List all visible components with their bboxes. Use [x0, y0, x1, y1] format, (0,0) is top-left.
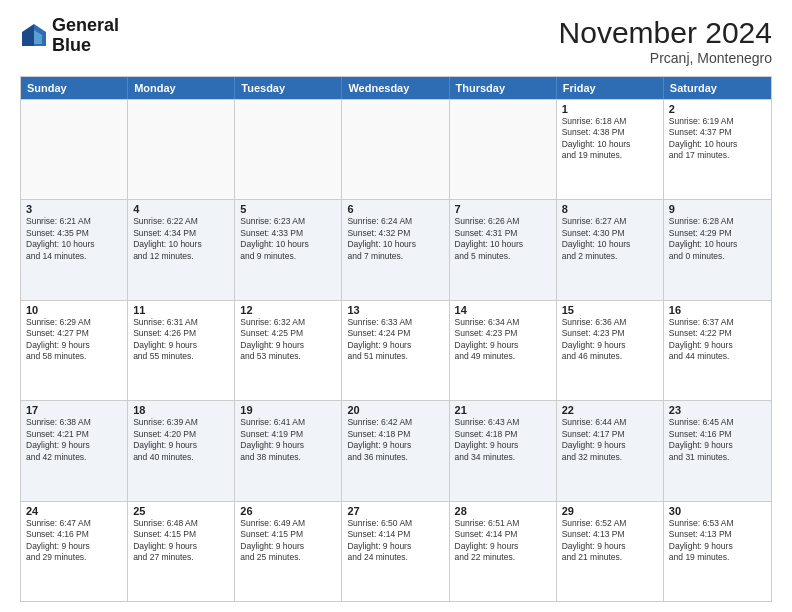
- cell-info: Sunrise: 6:18 AM Sunset: 4:38 PM Dayligh…: [562, 116, 658, 162]
- cell-info: Sunrise: 6:49 AM Sunset: 4:15 PM Dayligh…: [240, 518, 336, 564]
- cell-info: Sunrise: 6:41 AM Sunset: 4:19 PM Dayligh…: [240, 417, 336, 463]
- cal-cell: 26Sunrise: 6:49 AM Sunset: 4:15 PM Dayli…: [235, 502, 342, 601]
- cal-cell: 9Sunrise: 6:28 AM Sunset: 4:29 PM Daylig…: [664, 200, 771, 299]
- day-number: 12: [240, 304, 336, 316]
- cal-cell: 22Sunrise: 6:44 AM Sunset: 4:17 PM Dayli…: [557, 401, 664, 500]
- day-number: 14: [455, 304, 551, 316]
- cell-info: Sunrise: 6:51 AM Sunset: 4:14 PM Dayligh…: [455, 518, 551, 564]
- cal-cell: 16Sunrise: 6:37 AM Sunset: 4:22 PM Dayli…: [664, 301, 771, 400]
- logo-text: General Blue: [52, 16, 119, 56]
- cal-cell: 25Sunrise: 6:48 AM Sunset: 4:15 PM Dayli…: [128, 502, 235, 601]
- cell-info: Sunrise: 6:36 AM Sunset: 4:23 PM Dayligh…: [562, 317, 658, 363]
- day-header-tuesday: Tuesday: [235, 77, 342, 99]
- cal-cell: 7Sunrise: 6:26 AM Sunset: 4:31 PM Daylig…: [450, 200, 557, 299]
- cell-info: Sunrise: 6:31 AM Sunset: 4:26 PM Dayligh…: [133, 317, 229, 363]
- cal-cell: 10Sunrise: 6:29 AM Sunset: 4:27 PM Dayli…: [21, 301, 128, 400]
- cal-cell: 21Sunrise: 6:43 AM Sunset: 4:18 PM Dayli…: [450, 401, 557, 500]
- day-number: 19: [240, 404, 336, 416]
- calendar: SundayMondayTuesdayWednesdayThursdayFrid…: [20, 76, 772, 602]
- title-block: November 2024 Prcanj, Montenegro: [559, 16, 772, 66]
- cell-info: Sunrise: 6:32 AM Sunset: 4:25 PM Dayligh…: [240, 317, 336, 363]
- day-number: 28: [455, 505, 551, 517]
- cell-info: Sunrise: 6:52 AM Sunset: 4:13 PM Dayligh…: [562, 518, 658, 564]
- cell-info: Sunrise: 6:27 AM Sunset: 4:30 PM Dayligh…: [562, 216, 658, 262]
- day-number: 30: [669, 505, 766, 517]
- day-number: 26: [240, 505, 336, 517]
- day-number: 5: [240, 203, 336, 215]
- day-number: 18: [133, 404, 229, 416]
- day-number: 4: [133, 203, 229, 215]
- cal-cell: 23Sunrise: 6:45 AM Sunset: 4:16 PM Dayli…: [664, 401, 771, 500]
- cal-cell: 14Sunrise: 6:34 AM Sunset: 4:23 PM Dayli…: [450, 301, 557, 400]
- cell-info: Sunrise: 6:39 AM Sunset: 4:20 PM Dayligh…: [133, 417, 229, 463]
- cal-cell: [342, 100, 449, 199]
- day-number: 27: [347, 505, 443, 517]
- day-number: 1: [562, 103, 658, 115]
- cell-info: Sunrise: 6:50 AM Sunset: 4:14 PM Dayligh…: [347, 518, 443, 564]
- cal-cell: 8Sunrise: 6:27 AM Sunset: 4:30 PM Daylig…: [557, 200, 664, 299]
- cal-cell: 29Sunrise: 6:52 AM Sunset: 4:13 PM Dayli…: [557, 502, 664, 601]
- day-number: 17: [26, 404, 122, 416]
- day-number: 21: [455, 404, 551, 416]
- cell-info: Sunrise: 6:37 AM Sunset: 4:22 PM Dayligh…: [669, 317, 766, 363]
- day-number: 23: [669, 404, 766, 416]
- cal-cell: 6Sunrise: 6:24 AM Sunset: 4:32 PM Daylig…: [342, 200, 449, 299]
- cal-cell: 20Sunrise: 6:42 AM Sunset: 4:18 PM Dayli…: [342, 401, 449, 500]
- cal-cell: 3Sunrise: 6:21 AM Sunset: 4:35 PM Daylig…: [21, 200, 128, 299]
- cell-info: Sunrise: 6:23 AM Sunset: 4:33 PM Dayligh…: [240, 216, 336, 262]
- cal-row-5: 24Sunrise: 6:47 AM Sunset: 4:16 PM Dayli…: [21, 501, 771, 601]
- cell-info: Sunrise: 6:42 AM Sunset: 4:18 PM Dayligh…: [347, 417, 443, 463]
- cal-cell: 15Sunrise: 6:36 AM Sunset: 4:23 PM Dayli…: [557, 301, 664, 400]
- day-header-monday: Monday: [128, 77, 235, 99]
- day-number: 15: [562, 304, 658, 316]
- day-number: 10: [26, 304, 122, 316]
- logo-line1: General: [52, 16, 119, 36]
- cal-cell: 18Sunrise: 6:39 AM Sunset: 4:20 PM Dayli…: [128, 401, 235, 500]
- cal-cell: 13Sunrise: 6:33 AM Sunset: 4:24 PM Dayli…: [342, 301, 449, 400]
- svg-marker-1: [22, 24, 34, 46]
- cell-info: Sunrise: 6:28 AM Sunset: 4:29 PM Dayligh…: [669, 216, 766, 262]
- logo-line2: Blue: [52, 36, 119, 56]
- cal-cell: 27Sunrise: 6:50 AM Sunset: 4:14 PM Dayli…: [342, 502, 449, 601]
- cal-cell: 30Sunrise: 6:53 AM Sunset: 4:13 PM Dayli…: [664, 502, 771, 601]
- cal-cell: [21, 100, 128, 199]
- cell-info: Sunrise: 6:26 AM Sunset: 4:31 PM Dayligh…: [455, 216, 551, 262]
- calendar-body: 1Sunrise: 6:18 AM Sunset: 4:38 PM Daylig…: [21, 99, 771, 601]
- cal-cell: 1Sunrise: 6:18 AM Sunset: 4:38 PM Daylig…: [557, 100, 664, 199]
- cell-info: Sunrise: 6:22 AM Sunset: 4:34 PM Dayligh…: [133, 216, 229, 262]
- cal-cell: [128, 100, 235, 199]
- cal-cell: 12Sunrise: 6:32 AM Sunset: 4:25 PM Dayli…: [235, 301, 342, 400]
- calendar-header: SundayMondayTuesdayWednesdayThursdayFrid…: [21, 77, 771, 99]
- cell-info: Sunrise: 6:53 AM Sunset: 4:13 PM Dayligh…: [669, 518, 766, 564]
- day-number: 8: [562, 203, 658, 215]
- cal-cell: 17Sunrise: 6:38 AM Sunset: 4:21 PM Dayli…: [21, 401, 128, 500]
- cal-row-1: 1Sunrise: 6:18 AM Sunset: 4:38 PM Daylig…: [21, 99, 771, 199]
- cell-info: Sunrise: 6:48 AM Sunset: 4:15 PM Dayligh…: [133, 518, 229, 564]
- page: General Blue November 2024 Prcanj, Monte…: [0, 0, 792, 612]
- cal-row-2: 3Sunrise: 6:21 AM Sunset: 4:35 PM Daylig…: [21, 199, 771, 299]
- cell-info: Sunrise: 6:33 AM Sunset: 4:24 PM Dayligh…: [347, 317, 443, 363]
- day-number: 6: [347, 203, 443, 215]
- cal-cell: 4Sunrise: 6:22 AM Sunset: 4:34 PM Daylig…: [128, 200, 235, 299]
- day-header-saturday: Saturday: [664, 77, 771, 99]
- cal-row-4: 17Sunrise: 6:38 AM Sunset: 4:21 PM Dayli…: [21, 400, 771, 500]
- cell-info: Sunrise: 6:29 AM Sunset: 4:27 PM Dayligh…: [26, 317, 122, 363]
- day-number: 29: [562, 505, 658, 517]
- cal-cell: [235, 100, 342, 199]
- cal-cell: [450, 100, 557, 199]
- cell-info: Sunrise: 6:44 AM Sunset: 4:17 PM Dayligh…: [562, 417, 658, 463]
- day-number: 25: [133, 505, 229, 517]
- day-number: 11: [133, 304, 229, 316]
- day-number: 9: [669, 203, 766, 215]
- day-number: 2: [669, 103, 766, 115]
- day-number: 16: [669, 304, 766, 316]
- cal-cell: 19Sunrise: 6:41 AM Sunset: 4:19 PM Dayli…: [235, 401, 342, 500]
- subtitle: Prcanj, Montenegro: [559, 50, 772, 66]
- day-number: 7: [455, 203, 551, 215]
- cell-info: Sunrise: 6:45 AM Sunset: 4:16 PM Dayligh…: [669, 417, 766, 463]
- cal-cell: 5Sunrise: 6:23 AM Sunset: 4:33 PM Daylig…: [235, 200, 342, 299]
- day-number: 20: [347, 404, 443, 416]
- day-header-sunday: Sunday: [21, 77, 128, 99]
- logo: General Blue: [20, 16, 119, 56]
- header: General Blue November 2024 Prcanj, Monte…: [20, 16, 772, 66]
